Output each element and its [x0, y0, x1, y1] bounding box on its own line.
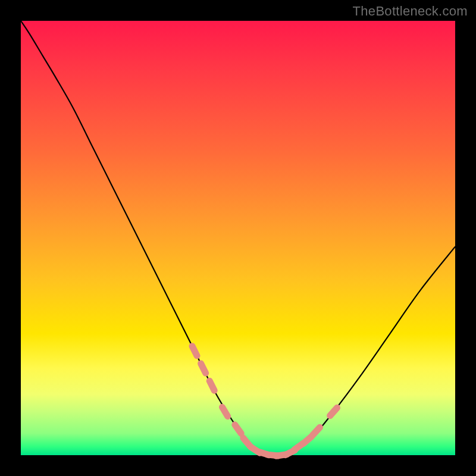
marker-dash — [222, 407, 227, 416]
watermark-text: TheBottleneck.com — [353, 4, 468, 19]
marker-dash — [192, 346, 197, 356]
highlighted-points — [192, 346, 337, 456]
bottleneck-curve — [21, 21, 455, 456]
marker-dash — [209, 381, 214, 390]
marker-dash — [312, 427, 320, 435]
marker-dash — [235, 425, 241, 434]
marker-dash — [330, 408, 337, 415]
curve-layer — [21, 21, 455, 455]
chart-frame: TheBottleneck.com — [0, 0, 476, 476]
marker-dash — [201, 364, 206, 373]
